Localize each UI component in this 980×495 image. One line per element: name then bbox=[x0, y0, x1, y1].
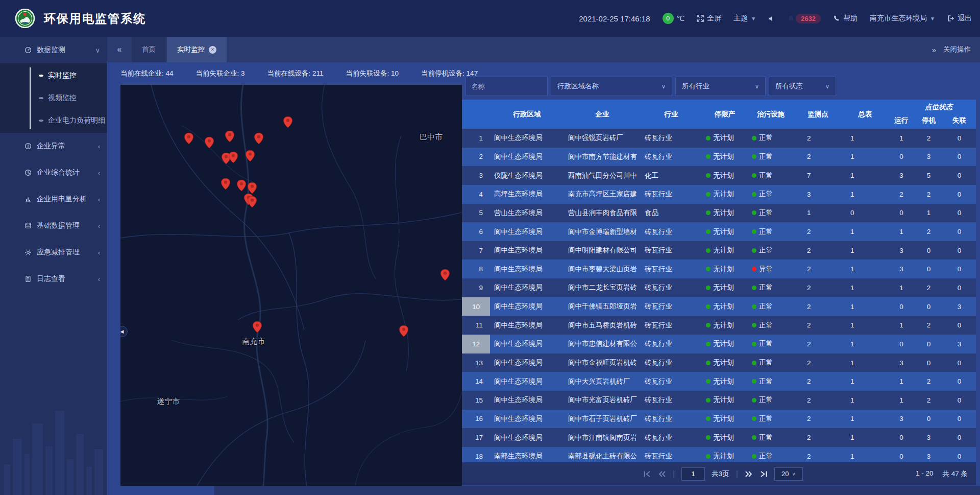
tab-实时监控[interactable]: 实时监控✕ bbox=[167, 37, 227, 62]
map-pin-14[interactable] bbox=[398, 323, 409, 339]
map-pin-3[interactable] bbox=[253, 131, 264, 146]
region-select[interactable]: 行政区域名称 ∨ bbox=[551, 77, 672, 96]
bullet-icon bbox=[39, 97, 43, 99]
table-row-3[interactable]: 3仪陇生态环境局西南油气田分公司川中化工无计划正常71350 bbox=[462, 166, 976, 185]
prev-page-button[interactable] bbox=[658, 470, 666, 478]
map-pin-12[interactable] bbox=[247, 194, 258, 209]
sidebar-item-0[interactable]: 数据监测∨ bbox=[0, 37, 107, 63]
cell-meters: 1 bbox=[842, 278, 888, 297]
fullscreen-button[interactable]: 全屏 bbox=[697, 14, 721, 23]
sidebar-item-6[interactable]: 日志查看‹ bbox=[0, 266, 107, 292]
map-pin-4[interactable] bbox=[282, 115, 293, 130]
table-row-12[interactable]: 12阆中生态环境局阆中市忠信建材有限公砖瓦行业无计划正常21003 bbox=[462, 335, 976, 353]
map-pin-8[interactable] bbox=[220, 177, 231, 192]
tab-bar: « 首页实时监控✕ » 关闭操作 bbox=[107, 37, 980, 62]
map-pin-13[interactable] bbox=[439, 267, 451, 282]
cell-stop: 5 bbox=[915, 166, 943, 185]
next-page-button[interactable] bbox=[745, 470, 753, 478]
topbar-actions: 2021-02-25 17:46:18 0 ℃ 全屏 主题 ▼ 2632 bbox=[579, 13, 980, 24]
cell-stop: 0 bbox=[915, 260, 943, 278]
table-row-10[interactable]: 10阆中生态环境局阆中千佛镇五郎垭页岩砖瓦行业无计划正常21003 bbox=[462, 297, 976, 316]
cell-region: 高坪生态环境局 bbox=[490, 185, 564, 204]
theme-dropdown[interactable]: 主题 ▼ bbox=[733, 14, 756, 23]
table-row-11[interactable]: 11阆中生态环境局阆中市五马桥页岩机砖砖瓦行业无计划正常21120 bbox=[462, 316, 976, 335]
cell-company: 阆中市忠信建材有限公 bbox=[564, 335, 641, 353]
close-operations-button[interactable]: 关闭操作 bbox=[943, 45, 971, 54]
sidebar-subitem-视频监控[interactable]: 视频监控 bbox=[0, 87, 107, 109]
cell-facility: 正常 bbox=[748, 335, 794, 353]
map-pin-7[interactable] bbox=[244, 149, 256, 164]
sidebar-item-4[interactable]: 基础数据管理‹ bbox=[0, 213, 107, 239]
table-header: 行政区域 企业 行业 停限产 治污设施 监测点 总表 点位状态 运行 停机 失联 bbox=[462, 100, 976, 129]
table-row-8[interactable]: 8阆中生态环境局阆中市枣碧大梁山页岩砖瓦行业无计划异常21300 bbox=[462, 260, 976, 278]
table-row-13[interactable]: 13阆中生态环境局阆中市金福旺页岩机砖砖瓦行业无计划正常21300 bbox=[462, 353, 976, 372]
cell-industry: 砖瓦行业 bbox=[641, 316, 702, 335]
col-industry: 行业 bbox=[641, 110, 702, 119]
table-row-4[interactable]: 4高坪生态环境局南充市高坪区王家店建砖瓦行业无计划正常31220 bbox=[462, 185, 976, 204]
col-run: 运行 bbox=[888, 116, 915, 125]
map-panel[interactable]: 巴中市南充市遂宁市 ◀ bbox=[120, 85, 462, 486]
tabs-scroll-left-button[interactable]: « bbox=[107, 45, 132, 54]
table-row-9[interactable]: 9阆中生态环境局阆中市二龙长宝页岩砖砖瓦行业无计划正常21120 bbox=[462, 278, 976, 297]
table-row-18[interactable]: 18南部生态环境局南部县砚化土砖有限公砖瓦行业无计划正常21030 bbox=[462, 447, 976, 462]
mute-button[interactable] bbox=[768, 15, 775, 22]
tabs-scroll-right-button[interactable]: » bbox=[932, 45, 936, 54]
page-size-select[interactable]: 20 ∨ bbox=[774, 467, 803, 481]
last-page-button[interactable] bbox=[760, 470, 768, 478]
industry-select[interactable]: 所有行业 ∨ bbox=[675, 77, 766, 96]
map-pin-15[interactable] bbox=[252, 319, 263, 335]
region-select-value: 行政区域名称 bbox=[557, 82, 599, 91]
table-row-15[interactable]: 15阆中生态环境局阆中市光富页岩机砖厂砖瓦行业无计划正常21120 bbox=[462, 391, 976, 410]
help-button[interactable]: 帮助 bbox=[833, 14, 857, 23]
logout-button[interactable]: 退出 bbox=[947, 14, 972, 23]
map-pin-0[interactable] bbox=[183, 131, 194, 146]
table-row-14[interactable]: 14阆中生态环境局阆中大兴页岩机砖厂砖瓦行业无计划正常21120 bbox=[462, 372, 976, 391]
sidebar-subitem-实时监控[interactable]: 实时监控 bbox=[0, 64, 107, 87]
table-row-1[interactable]: 1阆中生态环境局阆中强锐页岩砖厂砖瓦行业无计划正常21120 bbox=[462, 129, 976, 148]
alert-icon bbox=[24, 143, 32, 150]
map-pin-9[interactable] bbox=[236, 178, 247, 193]
cell-limit: 无计划 bbox=[702, 241, 748, 260]
table-row-7[interactable]: 7阆中生态环境局阆中明阳建材有限公司砖瓦行业无计划正常21300 bbox=[462, 241, 976, 260]
map-pin-2[interactable] bbox=[224, 129, 235, 144]
limit-status-label: 无计划 bbox=[713, 339, 734, 348]
cell-meters: 1 bbox=[842, 353, 888, 372]
table-row-6[interactable]: 6阆中生态环境局阆中市金博瑞新型墙材砖瓦行业无计划正常21120 bbox=[462, 222, 976, 241]
cell-meters: 1 bbox=[842, 260, 888, 278]
tab-close-icon[interactable]: ✕ bbox=[209, 46, 216, 54]
cell-run: 0 bbox=[888, 428, 915, 447]
table-row-5[interactable]: 5营山生态环境局营山县润丰肉食品有限食品无计划正常10010 bbox=[462, 204, 976, 223]
map-pin-6[interactable] bbox=[228, 150, 239, 165]
cell-company: 阆中市五马桥页岩机砖 bbox=[564, 316, 641, 335]
cell-region: 阆中生态环境局 bbox=[490, 148, 564, 167]
status-dot-icon bbox=[752, 192, 756, 197]
notifications-button[interactable]: 2632 bbox=[787, 14, 821, 23]
map-pin-1[interactable] bbox=[204, 135, 215, 150]
table-row-16[interactable]: 16阆中生态环境局阆中市石子页岩机砖厂砖瓦行业无计划正常21300 bbox=[462, 410, 976, 429]
sidebar-item-5[interactable]: 应急减排管理‹ bbox=[0, 239, 107, 266]
user-dropdown[interactable]: 南充市生态环境局 ▼ bbox=[870, 14, 935, 23]
cell-rownum: 5 bbox=[462, 204, 490, 223]
status-select[interactable]: 所有状态 ∨ bbox=[769, 77, 836, 96]
table-row-17[interactable]: 17阆中生态环境局阆中市江南镇阆南页岩砖瓦行业无计划正常21030 bbox=[462, 428, 976, 447]
page-size-value: 20 bbox=[781, 470, 789, 478]
cell-stop: 3 bbox=[915, 447, 943, 462]
first-page-button[interactable] bbox=[643, 470, 651, 478]
cell-lost: 0 bbox=[943, 204, 976, 223]
page-number-input[interactable] bbox=[681, 467, 705, 481]
sidebar-item-3[interactable]: 企业用电量分析‹ bbox=[0, 186, 107, 213]
sidebar-item-2[interactable]: 企业综合统计‹ bbox=[0, 159, 107, 186]
cell-points: 1 bbox=[794, 204, 842, 223]
help-label: 帮助 bbox=[843, 14, 857, 23]
status-dot-icon bbox=[706, 304, 710, 309]
table-row-2[interactable]: 2阆中生态环境局阆中市南方节能建材有砖瓦行业无计划正常21030 bbox=[462, 148, 976, 167]
sidebar-item-1[interactable]: 企业异常‹ bbox=[0, 133, 107, 159]
cell-facility: 正常 bbox=[748, 316, 794, 335]
temperature-widget: 0 ℃ bbox=[663, 13, 685, 24]
name-search-input[interactable] bbox=[465, 77, 548, 96]
tab-首页[interactable]: 首页 bbox=[132, 37, 166, 62]
cell-points: 7 bbox=[794, 166, 842, 185]
limit-status-label: 无计划 bbox=[713, 283, 734, 292]
sidebar-subitem-企业电力负荷明细[interactable]: 企业电力负荷明细 bbox=[0, 109, 107, 132]
cell-rownum: 7 bbox=[462, 241, 490, 260]
